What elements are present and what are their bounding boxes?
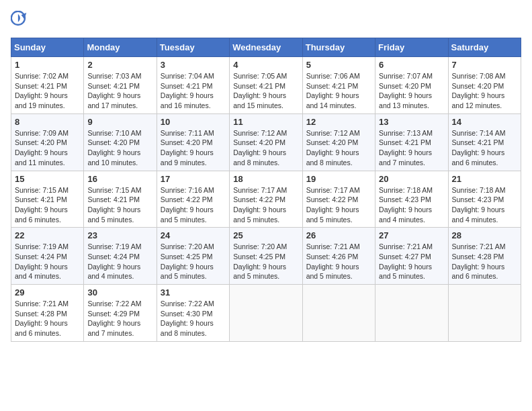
day-info: Sunrise: 7:20 AM Sunset: 4:25 PM Dayligh… <box>233 242 298 281</box>
sunrise: Sunrise: 7:18 AM <box>379 186 433 194</box>
calendar-day-cell: 1 Sunrise: 7:02 AM Sunset: 4:21 PM Dayli… <box>11 57 84 114</box>
day-of-week-header: Saturday <box>448 38 521 57</box>
day-info: Sunrise: 7:20 AM Sunset: 4:25 PM Dayligh… <box>161 242 226 281</box>
sunrise: Sunrise: 7:05 AM <box>233 72 287 80</box>
sunset: Sunset: 4:25 PM <box>233 253 285 261</box>
sunset: Sunset: 4:25 PM <box>161 253 213 261</box>
sunrise: Sunrise: 7:19 AM <box>87 242 141 250</box>
daylight: Daylight: 9 hours and 11 minutes. <box>15 148 68 167</box>
sunset: Sunset: 4:20 PM <box>452 82 504 90</box>
day-info: Sunrise: 7:03 AM Sunset: 4:21 PM Dayligh… <box>87 71 152 111</box>
daylight: Daylight: 9 hours and 15 minutes. <box>233 91 286 109</box>
day-number: 26 <box>306 230 371 240</box>
daylight: Daylight: 9 hours and 4 minutes. <box>15 263 68 281</box>
day-info: Sunrise: 7:21 AM Sunset: 4:28 PM Dayligh… <box>15 299 80 338</box>
daylight: Daylight: 9 hours and 8 minutes. <box>161 319 214 337</box>
sunset: Sunset: 4:21 PM <box>379 138 431 146</box>
sunrise: Sunrise: 7:18 AM <box>452 186 506 194</box>
day-number: 30 <box>87 287 152 298</box>
day-number: 6 <box>379 60 444 70</box>
sunrise: Sunrise: 7:17 AM <box>306 186 360 194</box>
day-number: 2 <box>87 60 152 70</box>
day-number: 19 <box>306 174 371 184</box>
calendar-day-cell: 5 Sunrise: 7:06 AM Sunset: 4:21 PM Dayli… <box>302 57 375 114</box>
calendar-day-cell: 31 Sunrise: 7:22 AM Sunset: 4:30 PM Dayl… <box>157 285 229 342</box>
calendar-day-cell: 19 Sunrise: 7:17 AM Sunset: 4:22 PM Dayl… <box>302 171 375 228</box>
sunrise: Sunrise: 7:22 AM <box>161 300 214 308</box>
sunrise: Sunrise: 7:15 AM <box>87 186 141 194</box>
calendar-day-cell: 22 Sunrise: 7:19 AM Sunset: 4:24 PM Dayl… <box>11 228 84 285</box>
sunset: Sunset: 4:20 PM <box>233 138 285 146</box>
sunrise: Sunrise: 7:02 AM <box>15 72 69 80</box>
day-number: 18 <box>233 174 298 184</box>
sunrise: Sunrise: 7:12 AM <box>233 129 287 137</box>
empty-cell <box>375 285 448 342</box>
day-info: Sunrise: 7:07 AM Sunset: 4:20 PM Dayligh… <box>379 71 444 111</box>
calendar-day-cell: 27 Sunrise: 7:21 AM Sunset: 4:27 PM Dayl… <box>375 228 448 285</box>
logo-icon <box>11 11 30 30</box>
day-info: Sunrise: 7:16 AM Sunset: 4:22 PM Dayligh… <box>161 185 226 225</box>
calendar-day-cell: 20 Sunrise: 7:18 AM Sunset: 4:23 PM Dayl… <box>375 171 448 228</box>
sunrise: Sunrise: 7:21 AM <box>15 300 69 308</box>
day-info: Sunrise: 7:04 AM Sunset: 4:21 PM Dayligh… <box>161 71 226 111</box>
sunset: Sunset: 4:21 PM <box>87 82 140 90</box>
day-info: Sunrise: 7:18 AM Sunset: 4:23 PM Dayligh… <box>452 185 517 225</box>
sunset: Sunset: 4:22 PM <box>306 195 359 203</box>
day-number: 23 <box>87 230 152 240</box>
day-info: Sunrise: 7:15 AM Sunset: 4:21 PM Dayligh… <box>15 185 80 225</box>
day-number: 16 <box>87 174 152 184</box>
day-number: 28 <box>452 230 517 240</box>
calendar-day-cell: 11 Sunrise: 7:12 AM Sunset: 4:20 PM Dayl… <box>230 113 302 171</box>
daylight: Daylight: 9 hours and 5 minutes. <box>161 263 214 281</box>
daylight: Daylight: 9 hours and 16 minutes. <box>161 91 214 109</box>
calendar-week-row: 1 Sunrise: 7:02 AM Sunset: 4:21 PM Dayli… <box>11 57 521 114</box>
day-number: 5 <box>306 60 371 70</box>
calendar-week-row: 15 Sunrise: 7:15 AM Sunset: 4:21 PM Dayl… <box>11 171 521 228</box>
day-info: Sunrise: 7:21 AM Sunset: 4:26 PM Dayligh… <box>306 242 371 281</box>
sunrise: Sunrise: 7:21 AM <box>452 242 506 250</box>
sunrise: Sunrise: 7:20 AM <box>233 242 287 250</box>
sunrise: Sunrise: 7:16 AM <box>161 186 214 194</box>
sunset: Sunset: 4:20 PM <box>306 138 359 146</box>
calendar-day-cell: 3 Sunrise: 7:04 AM Sunset: 4:21 PM Dayli… <box>157 57 229 114</box>
sunrise: Sunrise: 7:04 AM <box>161 72 214 80</box>
sunrise: Sunrise: 7:06 AM <box>306 72 360 80</box>
sunrise: Sunrise: 7:11 AM <box>161 129 214 137</box>
calendar-day-cell: 13 Sunrise: 7:13 AM Sunset: 4:21 PM Dayl… <box>375 113 448 171</box>
empty-cell <box>230 285 302 342</box>
day-of-week-header: Tuesday <box>157 38 229 57</box>
day-number: 4 <box>233 60 298 70</box>
calendar-day-cell: 24 Sunrise: 7:20 AM Sunset: 4:25 PM Dayl… <box>157 228 229 285</box>
sunrise: Sunrise: 7:17 AM <box>233 186 287 194</box>
calendar-week-row: 22 Sunrise: 7:19 AM Sunset: 4:24 PM Dayl… <box>11 228 521 285</box>
sunrise: Sunrise: 7:21 AM <box>306 242 360 250</box>
calendar-day-cell: 21 Sunrise: 7:18 AM Sunset: 4:23 PM Dayl… <box>448 171 521 228</box>
calendar-day-cell: 23 Sunrise: 7:19 AM Sunset: 4:24 PM Dayl… <box>84 228 157 285</box>
day-number: 12 <box>306 117 371 127</box>
sunset: Sunset: 4:28 PM <box>15 310 67 318</box>
calendar-day-cell: 30 Sunrise: 7:22 AM Sunset: 4:29 PM Dayl… <box>84 285 157 342</box>
sunrise: Sunrise: 7:15 AM <box>15 186 69 194</box>
calendar-day-cell: 12 Sunrise: 7:12 AM Sunset: 4:20 PM Dayl… <box>302 113 375 171</box>
day-number: 25 <box>233 230 298 240</box>
daylight: Daylight: 9 hours and 5 minutes. <box>161 205 214 224</box>
daylight: Daylight: 9 hours and 6 minutes. <box>452 263 505 281</box>
calendar-week-row: 8 Sunrise: 7:09 AM Sunset: 4:20 PM Dayli… <box>11 113 521 171</box>
header-area <box>11 11 521 30</box>
daylight: Daylight: 9 hours and 5 minutes. <box>306 205 359 224</box>
day-info: Sunrise: 7:14 AM Sunset: 4:21 PM Dayligh… <box>452 128 517 168</box>
day-number: 3 <box>161 60 226 70</box>
day-info: Sunrise: 7:02 AM Sunset: 4:21 PM Dayligh… <box>15 71 80 111</box>
sunset: Sunset: 4:23 PM <box>379 195 431 203</box>
day-number: 14 <box>452 117 517 127</box>
day-info: Sunrise: 7:17 AM Sunset: 4:22 PM Dayligh… <box>233 185 298 225</box>
calendar-day-cell: 14 Sunrise: 7:14 AM Sunset: 4:21 PM Dayl… <box>448 113 521 171</box>
calendar-day-cell: 6 Sunrise: 7:07 AM Sunset: 4:20 PM Dayli… <box>375 57 448 114</box>
sunrise: Sunrise: 7:10 AM <box>87 129 141 137</box>
day-info: Sunrise: 7:18 AM Sunset: 4:23 PM Dayligh… <box>379 185 444 225</box>
sunset: Sunset: 4:20 PM <box>161 138 213 146</box>
daylight: Daylight: 9 hours and 10 minutes. <box>87 148 140 167</box>
daylight: Daylight: 9 hours and 4 minutes. <box>87 263 140 281</box>
sunrise: Sunrise: 7:20 AM <box>161 242 214 250</box>
sunset: Sunset: 4:26 PM <box>306 253 359 261</box>
